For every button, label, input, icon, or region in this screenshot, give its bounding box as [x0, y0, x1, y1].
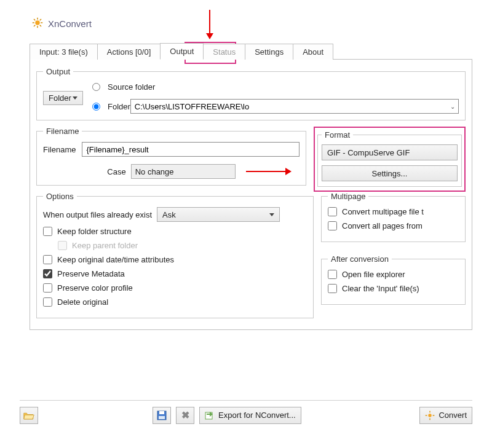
keep-folder-label: Keep folder structure	[57, 227, 132, 236]
clear-input-checkbox[interactable]: Clear the 'Input' file(s)	[328, 284, 459, 293]
chevron-down-icon	[73, 96, 77, 100]
svg-rect-10	[159, 411, 164, 414]
format-legend: Format	[322, 130, 353, 140]
convert-all-pages-label: Convert all pages from	[342, 221, 423, 230]
output-legend: Output	[43, 67, 73, 76]
folder-open-icon	[23, 411, 34, 420]
keep-date-checkbox[interactable]: Keep original date/time attributes	[43, 255, 307, 264]
delete-original-label: Delete original	[57, 297, 108, 307]
keep-parent-checkbox-input	[58, 241, 67, 250]
tab-settings[interactable]: Settings	[245, 44, 293, 60]
folder-radio-label: Folder	[108, 102, 130, 111]
case-label: Case	[107, 167, 125, 176]
format-combo[interactable]: GIF - CompuServe GIF	[322, 144, 458, 160]
tab-output[interactable]: Output	[160, 43, 204, 60]
keep-date-checkbox-input[interactable]	[43, 255, 52, 264]
preserve-color-checkbox[interactable]: Preserve color profile	[43, 283, 307, 293]
source-folder-radio[interactable]: Source folder	[92, 82, 459, 92]
app-icon	[32, 17, 43, 30]
source-folder-radio-label: Source folder	[108, 82, 155, 92]
svg-rect-11	[159, 416, 165, 419]
preserve-metadata-checkbox-input[interactable]	[43, 269, 52, 278]
clear-input-checkbox-input[interactable]	[328, 284, 337, 293]
svg-rect-17	[433, 415, 435, 415]
case-combo[interactable]: No change	[131, 164, 236, 179]
exist-label: When output files already exist	[43, 210, 152, 219]
folder-radio-input[interactable]	[92, 103, 100, 111]
multipage-legend: Multipage	[328, 192, 368, 201]
source-folder-radio-input[interactable]	[92, 83, 100, 91]
keep-folder-checkbox[interactable]: Keep folder structure	[43, 227, 307, 236]
folder-dropdown-label: Folder	[49, 93, 71, 103]
svg-line-7	[34, 25, 35, 26]
open-explorer-checkbox-input[interactable]	[328, 270, 337, 279]
chevron-down-icon	[269, 213, 274, 216]
folder-dropdown-button[interactable]: Folder	[43, 91, 83, 105]
output-group: Output Folder Source folder Folder ⌄	[36, 67, 466, 120]
convert-label: Convert	[438, 411, 467, 420]
open-explorer-checkbox[interactable]: Open file explorer	[328, 270, 459, 279]
exist-combo[interactable]: Ask	[157, 207, 280, 222]
output-path-input[interactable]	[130, 99, 459, 114]
clear-input-label: Clear the 'Input' file(s)	[342, 284, 419, 293]
folder-radio[interactable]: Folder	[92, 102, 130, 111]
preserve-color-checkbox-input[interactable]	[43, 283, 52, 293]
export-nconvert-label: Export for NConvert...	[218, 411, 296, 420]
svg-line-5	[34, 19, 35, 20]
convert-button[interactable]: Convert	[419, 407, 472, 424]
tab-about[interactable]: About	[293, 44, 333, 60]
after-conversion-legend: After conversion	[328, 254, 392, 264]
options-group: Options When output files already exist …	[36, 192, 314, 318]
annotation-highlight-format: Format GIF - CompuServe GIF Settings...	[314, 127, 466, 192]
tab-input[interactable]: Input: 3 file(s)	[30, 44, 98, 60]
filename-group: Filename Filename Case No change	[36, 127, 306, 186]
delete-original-checkbox[interactable]: Delete original	[43, 297, 307, 307]
format-settings-label: Settings...	[372, 169, 408, 178]
delete-button[interactable]: ✖	[176, 407, 194, 424]
gear-icon	[425, 411, 435, 420]
format-combo-value: GIF - CompuServe GIF	[327, 148, 410, 157]
convert-multipage-checkbox-input[interactable]	[328, 207, 337, 216]
preserve-color-label: Preserve color profile	[57, 283, 133, 293]
filename-label: Filename	[43, 145, 76, 154]
titlebar: XnConvert	[0, 0, 492, 41]
save-button[interactable]	[153, 407, 171, 424]
keep-date-label: Keep original date/time attributes	[57, 255, 174, 264]
output-path-combo[interactable]: ⌄	[130, 99, 459, 114]
filename-legend: Filename	[43, 127, 82, 136]
case-combo-value: No change	[135, 167, 174, 176]
export-icon	[205, 411, 215, 420]
convert-multipage-label: Convert multipage file t	[342, 207, 424, 216]
multipage-group: Multipage Convert multipage file t Conve…	[321, 192, 466, 242]
options-legend: Options	[43, 192, 77, 201]
convert-all-pages-checkbox-input[interactable]	[328, 221, 337, 230]
format-settings-button[interactable]: Settings...	[322, 165, 458, 181]
tab-status[interactable]: Status	[203, 44, 245, 60]
open-explorer-label: Open file explorer	[342, 270, 405, 279]
delete-original-checkbox-input[interactable]	[43, 297, 52, 307]
after-conversion-group: After conversion Open file explorer Clea…	[321, 254, 466, 305]
filename-input[interactable]	[82, 142, 300, 157]
preserve-metadata-checkbox[interactable]: Preserve Metadata	[43, 269, 307, 278]
open-folder-button[interactable]	[20, 407, 38, 424]
tab-actions[interactable]: Actions [0/0]	[97, 44, 161, 60]
svg-rect-16	[426, 415, 427, 415]
convert-all-pages-checkbox[interactable]: Convert all pages from	[328, 221, 459, 230]
svg-line-8	[40, 19, 41, 20]
svg-line-6	[40, 25, 41, 26]
floppy-disk-icon	[157, 411, 167, 420]
keep-folder-checkbox-input[interactable]	[43, 227, 52, 236]
svg-rect-14	[430, 411, 430, 412]
export-nconvert-button[interactable]: Export for NConvert...	[199, 407, 301, 424]
bottom-toolbar: ✖ Export for NConvert... Convert	[20, 400, 472, 425]
output-panel: Output Folder Source folder Folder ⌄	[30, 60, 472, 330]
app-title: XnConvert	[48, 18, 92, 29]
exist-combo-value: Ask	[162, 210, 176, 219]
format-group: Format GIF - CompuServe GIF Settings...	[317, 130, 462, 187]
preserve-metadata-label: Preserve Metadata	[57, 269, 125, 278]
x-icon: ✖	[181, 409, 189, 421]
keep-parent-label: Keep parent folder	[72, 241, 138, 250]
svg-rect-15	[430, 418, 430, 420]
keep-parent-checkbox: Keep parent folder	[58, 241, 307, 250]
convert-multipage-checkbox[interactable]: Convert multipage file t	[328, 207, 459, 216]
